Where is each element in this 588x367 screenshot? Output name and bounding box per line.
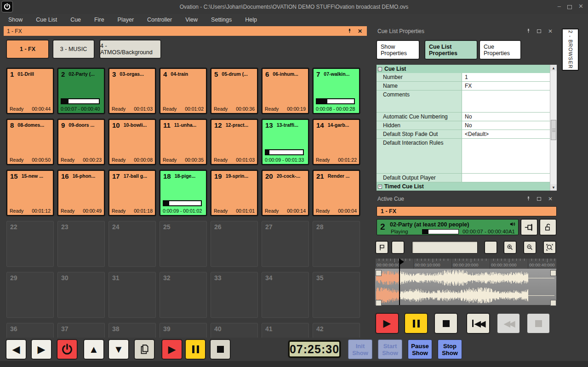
pause-show-button[interactable]: Pause Show [408,339,432,359]
property-value[interactable]: 1 [462,73,550,81]
close-icon[interactable]: ✕ [547,28,554,34]
cue-slot-32[interactable]: 32 [160,272,207,318]
property-value[interactable]: FX [462,82,550,90]
blank-button-2[interactable] [485,241,497,254]
auto-follow-pin-button[interactable] [521,219,537,235]
scrollbar-thumb[interactable] [551,120,556,140]
cue-slot-30[interactable]: 30 [57,272,105,318]
property-value[interactable]: No [462,113,550,121]
unlock-icon-button[interactable] [540,219,556,235]
transport-play-button[interactable]: ▶ [376,313,399,333]
zoom-fit-icon[interactable] [543,241,556,254]
cue-slot-42[interactable]: 42 [313,323,360,338]
menu-cue-list[interactable]: Cue List [36,17,57,23]
panic-power-button[interactable] [57,339,77,359]
menu-cue[interactable]: Cue [70,17,81,23]
cue-slot-34[interactable]: 34 [262,272,309,318]
copy-pages-button[interactable] [134,339,154,359]
cue-button-1[interactable]: 101-DrillReady00:00:44 [6,68,54,114]
show-properties-button[interactable]: Show Properties [377,40,419,59]
cue-button-15[interactable]: 1515-new ...Ready00:01:12 [6,170,54,216]
cue-button-12[interactable]: 1212-pract...Ready00:01:03 [211,119,258,165]
properties-scrollbar[interactable]: ▲ ▼ [550,65,557,191]
browser-side-tab[interactable]: 2 - BROWSER [562,28,579,71]
cue-button-20[interactable]: 2020-cock-...Ready00:00:14 [262,170,309,216]
tab-1-fx[interactable]: 1 - FX [6,40,49,58]
cue-slot-36[interactable]: 36 [6,323,54,338]
menu-fire[interactable]: Fire [94,17,104,23]
selection-handle-bottom-right[interactable] [550,300,556,306]
start-show-button[interactable]: Start Show [378,339,402,359]
maximize-button[interactable] [567,5,572,9]
cue-slot-39[interactable]: 39 [160,323,207,338]
cue-slot-25[interactable]: 25 [160,221,207,267]
play-button[interactable]: ▶ [162,339,182,359]
selection-handle-top-right[interactable] [550,270,556,276]
cue-button-14[interactable]: 1414-garb...Ready00:01:22 [313,119,360,165]
tab-4-atmos-background[interactable]: 4 - ATMOS/Background [100,40,161,58]
cue-button-7[interactable]: 707-walkin...0:00:08 - 00:00:28 [313,68,360,114]
cue-slot-35[interactable]: 35 [313,272,360,318]
property-group-timed-cue-list[interactable]: +Timed Cue List [377,182,550,191]
close-button[interactable]: ✕ [578,3,583,10]
stop-show-button[interactable]: Stop Show [438,339,462,359]
zoom-out-icon[interactable] [524,241,536,254]
pause-button[interactable] [185,339,206,359]
cue-slot-37[interactable]: 37 [57,323,105,338]
next-cue-button[interactable]: ▶ [31,339,51,359]
menu-view[interactable]: View [185,17,198,23]
cue-slot-40[interactable]: 40 [211,323,258,338]
cue-slot-27[interactable]: 27 [262,221,309,267]
selection-handle-bottom-left[interactable] [376,300,382,306]
active-cue-panel-header[interactable]: Active Cue ✕ [375,194,557,203]
cue-properties-button[interactable]: Cue Properties [480,40,521,59]
property-value[interactable]: <Default> [462,130,550,138]
property-value[interactable]: No [462,121,550,130]
cue-button-8[interactable]: 808-domes...Ready00:00:50 [6,119,54,165]
cue-button-13[interactable]: 1313-traffi...0:00:09 - 00:01:33 [262,119,309,165]
cue-slot-28[interactable]: 28 [313,221,360,267]
transport-rewind-button[interactable]: ◀◀ [497,313,520,333]
cue-button-10[interactable]: 1010-bowli...Ready00:00:08 [108,119,156,165]
cue-button-18[interactable]: 1818-pige...0:00:09 - 00:01:02 [160,170,207,216]
pin-icon[interactable] [346,28,353,34]
cue-slot-23[interactable]: 23 [57,221,105,267]
menu-controller[interactable]: Controller [147,17,172,23]
tab-3-music[interactable]: 3 - MUSIC [53,40,94,58]
minimize-button[interactable]: – [558,3,561,10]
move-down-button[interactable]: ▼ [108,339,129,359]
cue-button-3[interactable]: 303-orgas...Ready00:01:03 [108,68,156,114]
maximize-icon[interactable] [535,28,542,34]
menu-show[interactable]: Show [8,17,23,23]
cue-slot-41[interactable]: 41 [262,323,309,338]
cue-button-21[interactable]: 21Render ...Ready00:00:04 [313,170,360,216]
menu-help[interactable]: Help [245,17,257,23]
blank-button-1[interactable] [392,241,404,254]
menu-player[interactable]: Player [118,17,134,23]
pin-icon[interactable] [525,195,532,202]
cue-slot-38[interactable]: 38 [108,323,156,338]
properties-panel-header[interactable]: Cue List Properties ✕ [375,26,557,36]
cue-slot-24[interactable]: 24 [108,221,156,267]
active-cue-bar[interactable]: 2 02-Party (at least 200 people) Playing… [377,219,519,235]
cue-button-6[interactable]: 606-inhum...Ready00:00:19 [262,68,309,114]
init-show-button[interactable]: Init Show [348,339,372,359]
cue-slot-22[interactable]: 22 [6,221,54,267]
property-value[interactable] [462,139,550,173]
property-group-cue-list[interactable]: −Cue List [377,65,550,73]
marker-flag-button[interactable] [376,241,388,254]
cue-slot-33[interactable]: 33 [211,272,258,318]
cue-slot-26[interactable]: 26 [211,221,258,267]
property-value[interactable] [462,174,550,182]
timecode-field[interactable] [412,241,478,254]
menu-settings[interactable]: Settings [211,17,232,23]
close-icon[interactable]: ✕ [356,28,364,34]
cue-button-4[interactable]: 404-trainReady00:01:02 [160,68,207,114]
move-up-button[interactable]: ▲ [84,339,104,359]
close-icon[interactable]: ✕ [547,195,554,202]
scroll-down-icon[interactable]: ▼ [550,184,557,191]
cue-button-9[interactable]: 909-doors ...Ready00:00:23 [57,119,105,165]
active-cue-list-bar[interactable]: 1 - FX [377,206,557,216]
previous-cue-button[interactable]: ◀ [6,339,26,359]
cue-slot-29[interactable]: 29 [6,272,54,318]
